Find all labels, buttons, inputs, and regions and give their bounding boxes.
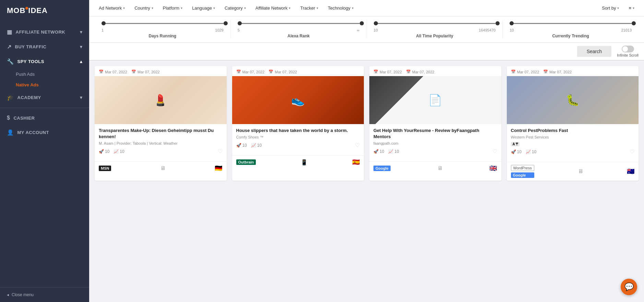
filter-affiliate-network[interactable]: Affiliate Network ▾ [251,1,295,15]
sidebar-item-affiliate-network[interactable]: ▦ AFFILIATE NETWORK ▾ [0,25,89,39]
filter-more[interactable]: ≡ ▾ [624,1,639,15]
card-date-value: Mar 07, 2022 [549,70,572,74]
card-image[interactable]: 💄 [95,76,227,124]
search-button[interactable]: Search [577,46,611,57]
image-placeholder: 🐛 [507,76,639,124]
card-title[interactable]: Get Help With YourResume - Review byFaan… [373,128,497,140]
card-body: Get Help With YourResume - Review byFaan… [369,124,501,161]
account-icon: 👤 [7,129,14,136]
infinite-scroll-label: Infinite Scroll [617,53,639,57]
slider-thumb-left[interactable] [374,21,378,25]
filter-ad-network[interactable]: Ad Network ▾ [95,1,129,15]
chat-icon: 💬 [624,282,634,291]
card-title[interactable]: Control PestProblems Fast [511,128,635,134]
sidebar-item-my-account[interactable]: 👤 MY ACCOUNT [0,125,89,140]
favorite-button[interactable]: ♡ [218,148,223,155]
slider-thumb-right[interactable] [632,21,636,25]
card-footer: Outbrain 📱 🇪🇸 [232,155,364,169]
filter-sort-by-label: Sort by [602,5,616,11]
slider-thumb-left[interactable] [102,21,106,25]
stat-value: 10 [120,149,124,154]
device-icon: 🖥 [160,165,166,171]
sidebar-item-label: BUY TRAFFIC [15,44,47,49]
device-icon: 📱 [301,159,308,166]
slider-rail [374,23,496,24]
slider-thumb-left[interactable] [238,21,242,25]
sidebar: MOBIDEA ▦ AFFILIATE NETWORK ▾ ↗ BUY TRAF… [0,0,89,302]
slider-thumb-right[interactable] [360,21,364,25]
filter-platform[interactable]: Platform ▾ [159,1,187,15]
sidebar-item-buy-traffic[interactable]: ↗ BUY TRAFFIC ▾ [0,39,89,54]
stat-value: 10 [257,143,262,148]
slider-track[interactable] [510,20,632,27]
slider-alexa-rank: 5 ∞ Alexa Rank [231,20,367,38]
card-subtitle: M. Asam | Provider: Taboola | Vertical: … [99,141,223,145]
rocket-icon: 🚀 [511,149,516,154]
country-flag: 🇬🇧 [489,165,497,172]
slider-thumb-left[interactable] [510,21,514,25]
slider-track[interactable] [102,20,224,27]
slider-min-val: 10 [374,28,378,32]
network-tag: Outbrain [236,159,256,165]
grid-icon: ▦ [7,29,12,35]
card-title[interactable]: Transparentes Make-Up: Diesen Geheimtipp… [99,128,223,140]
close-menu-button[interactable]: ◂ Close menu [0,287,89,302]
filter-sort-by[interactable]: Sort by ▾ [598,1,623,15]
favorite-button[interactable]: ♡ [630,148,634,155]
slider-track[interactable] [238,20,360,27]
slider-fill [238,23,360,24]
chevron-down-icon: ▾ [352,6,354,10]
filter-more-label: ≡ [629,5,631,11]
calendar-icon: 📅 [543,70,548,74]
chevron-icon: ▾ [80,44,83,49]
card-image[interactable]: 🐛 [507,76,639,124]
slider-title: Days Running [149,34,177,38]
card-title[interactable]: House slippers that have taken the world… [236,128,360,134]
sidebar-item-push-ads[interactable]: Push Ads [0,69,89,80]
sidebar-item-cashier[interactable]: $ CASHIER [0,111,89,125]
card-subtitle: Comfy Shoes ™ [236,135,360,139]
network-tag: Google [511,172,534,178]
trend-icon: 📈 [388,149,393,154]
close-arrow-icon: ◂ [7,292,9,297]
filter-tracker[interactable]: Tracker ▾ [296,1,322,15]
country-flag: 🇦🇺 [627,168,634,175]
chat-button[interactable]: 💬 [621,279,637,295]
slider-thumb-right[interactable] [496,21,500,25]
rocket-icon: 🚀 [236,143,241,148]
sidebar-item-label: MY ACCOUNT [17,130,49,135]
filter-language[interactable]: Language ▾ [188,1,219,15]
slider-rail [238,23,360,24]
slider-all-time-popularity: 10 16495470 All Time Popularity [367,20,503,38]
slider-thumb-right[interactable] [224,21,228,25]
slider-track[interactable] [374,20,496,27]
sidebar-item-native-ads[interactable]: Native Ads [0,80,89,90]
rocket-icon: 🚀 [99,149,104,154]
filter-technology[interactable]: Technology ▾ [324,1,358,15]
slider-area: 1 1029 Days Running 5 ∞ Alexa Rank [89,16,644,43]
filter-country[interactable]: Country ▾ [130,1,157,15]
slider-rail [102,23,224,24]
chevron-down-icon: ▾ [617,6,619,10]
card-image[interactable]: 👟 [232,76,364,124]
favorite-button[interactable]: ♡ [355,142,360,148]
sidebar-sub-label: Native Ads [16,82,39,87]
card-image[interactable]: 📄 [369,76,501,124]
card-footer: Google 🖥 🇬🇧 [369,161,501,175]
ad-card-2: 📅 Mar 07, 2022 📅 Mar 07, 2022 👟 House sl… [232,66,364,181]
favorite-button[interactable]: ♡ [492,148,497,155]
sidebar-item-label: ACADEMY [17,95,41,100]
chevron-down-icon: ▾ [317,6,318,10]
affiliate-badge: A ₸ [511,142,520,146]
card-footer: MSN 🖥 🇩🇪 [95,161,227,175]
card-stat-strength: 🚀 10 [373,149,384,154]
image-placeholder: 👟 [232,76,364,124]
filter-category[interactable]: Category ▾ [220,1,250,15]
infinite-scroll-toggle[interactable] [622,46,634,52]
sidebar-item-spy-tools[interactable]: 🔧 SPY TOOLS ▴ [0,54,89,69]
card-dates: 📅 Mar 07, 2022 📅 Mar 07, 2022 [369,66,501,76]
cashier-icon: $ [7,115,10,121]
card-stats: 🚀 10 📈 10 ♡ [373,148,497,155]
sidebar-item-academy[interactable]: 🎓 ACADEMY ▾ [0,90,89,105]
card-stats: 🚀 10 📈 10 ♡ [236,142,360,148]
